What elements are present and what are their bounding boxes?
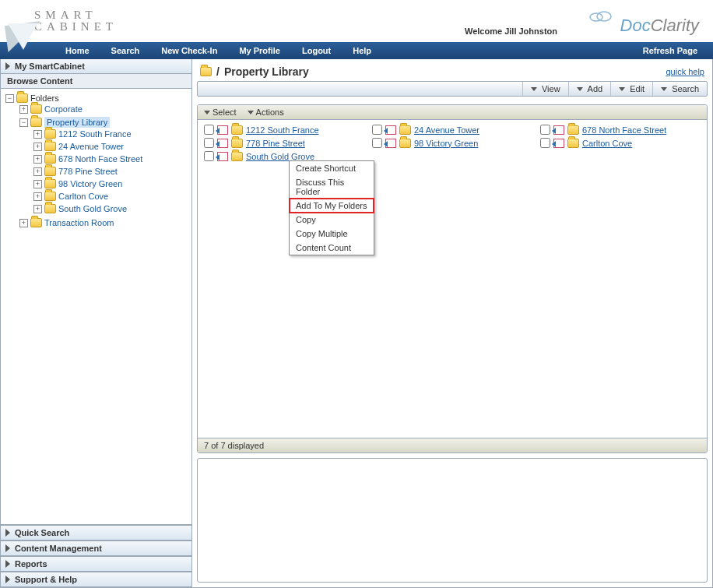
tree-toggle[interactable]: −	[5, 94, 14, 103]
tree-item[interactable]: 98 Victory Green	[58, 179, 122, 188]
folder-icon	[44, 192, 56, 201]
expand-icon	[5, 529, 10, 537]
list-label: Actions	[256, 107, 284, 117]
item-checkbox[interactable]	[204, 125, 214, 135]
folder-icon	[30, 118, 42, 127]
doc-icon[interactable]	[385, 125, 396, 135]
folder-icon	[231, 139, 243, 148]
tree-item[interactable]: South Gold Grove	[58, 204, 127, 213]
docclarity-logo: DocClarity	[620, 16, 699, 36]
folder-icon	[231, 125, 243, 135]
panel-content-management[interactable]: Content Management	[1, 540, 191, 556]
nav-my-profile[interactable]: My Profile	[228, 46, 291, 55]
toolbar-search[interactable]: Search	[652, 82, 707, 96]
page-title: Property Library	[224, 65, 309, 78]
tree-item[interactable]: 24 Avenue Tower	[58, 142, 124, 151]
panel-reports[interactable]: Reports	[1, 556, 191, 572]
list-label: Select	[212, 107, 237, 117]
folder-link[interactable]: Carlton Cove	[582, 139, 632, 148]
ctx-create-shortcut[interactable]: Create Shortcut	[290, 161, 374, 175]
tree-toggle[interactable]: +	[33, 167, 42, 176]
ctx-discuss-folder[interactable]: Discuss This Folder	[290, 175, 374, 199]
tree-item[interactable]: 1212 South France	[58, 129, 132, 139]
folder-icon	[200, 67, 212, 76]
nav-home[interactable]: Home	[54, 46, 100, 55]
doc-icon[interactable]	[217, 139, 228, 148]
item-checkbox[interactable]	[372, 125, 382, 135]
tree-toggle[interactable]: +	[33, 130, 42, 139]
tree-toggle[interactable]: +	[33, 205, 42, 213]
cloud-icon	[588, 9, 612, 23]
nav-new-checkin[interactable]: New Check-In	[150, 46, 228, 55]
folder-icon	[16, 93, 28, 103]
folder-item: 678 North Face Street	[540, 125, 701, 135]
item-checkbox[interactable]	[372, 138, 382, 148]
list-select[interactable]: Select	[204, 107, 237, 117]
folder-icon	[44, 142, 56, 151]
folder-link[interactable]: 1212 South France	[246, 125, 319, 135]
tree-corporate[interactable]: Corporate	[44, 104, 83, 114]
toolbar-label: Search	[672, 84, 699, 93]
tree-transaction-room[interactable]: Transaction Room	[44, 218, 114, 227]
folder-icon	[30, 218, 42, 227]
folder-link[interactable]: 778 Pine Street	[246, 139, 305, 148]
tree-item[interactable]: 678 North Face Street	[58, 154, 142, 164]
tree-toggle[interactable]: +	[33, 155, 42, 164]
tree-toggle[interactable]: −	[19, 118, 28, 127]
toolbar-label: Edit	[630, 84, 645, 93]
panel-label: Quick Search	[15, 528, 69, 537]
toolbar-edit[interactable]: Edit	[610, 82, 652, 96]
panel-browse-content: Browse Content	[1, 74, 191, 89]
doc-icon[interactable]	[553, 125, 564, 135]
tree-item[interactable]: 778 Pine Street	[58, 167, 118, 176]
quick-help-link[interactable]: quick help	[666, 67, 704, 76]
nav-logout[interactable]: Logout	[291, 46, 342, 55]
panel-support-help[interactable]: Support & Help	[1, 572, 191, 587]
tree-toggle[interactable]: +	[33, 180, 42, 188]
status-bar: 7 of 7 displayed	[198, 438, 707, 452]
content-toolbar: View Add Edit Search	[197, 81, 708, 97]
tree-toggle[interactable]: +	[33, 143, 42, 151]
tree-property-library[interactable]: Property Library	[44, 117, 110, 128]
nav-search[interactable]: Search	[100, 46, 151, 55]
item-checkbox[interactable]	[204, 151, 214, 161]
ctx-copy[interactable]: Copy	[290, 213, 374, 227]
tree-toggle[interactable]: +	[19, 105, 28, 114]
logo-line2: CABINET	[34, 21, 118, 33]
ctx-add-to-my-folders[interactable]: Add To My Folders	[289, 198, 374, 213]
panel-my-smartcabinet[interactable]: My SmartCabinet	[1, 59, 191, 74]
panel-label: Reports	[15, 559, 47, 569]
svg-point-1	[597, 12, 611, 21]
folder-link[interactable]: 678 North Face Street	[582, 125, 666, 135]
list-actions[interactable]: Actions	[248, 107, 284, 117]
doc-icon[interactable]	[217, 125, 228, 135]
folder-link[interactable]: 98 Victory Green	[414, 139, 478, 148]
docclarity-clarity: Clarity	[651, 16, 699, 35]
doc-icon[interactable]	[217, 152, 228, 161]
folder-icon	[44, 129, 56, 139]
folder-link[interactable]: 24 Avenue Tower	[414, 125, 479, 135]
nav-refresh[interactable]: Refresh Page	[643, 42, 697, 59]
toolbar-add[interactable]: Add	[568, 82, 611, 96]
folder-icon	[567, 125, 579, 135]
panel-label: Support & Help	[15, 575, 77, 584]
tree-item[interactable]: Carlton Cove	[58, 192, 108, 201]
panel-quick-search[interactable]: Quick Search	[1, 525, 191, 540]
ctx-copy-multiple[interactable]: Copy Multiple	[290, 227, 374, 241]
folder-link[interactable]: South Gold Grove	[246, 152, 314, 161]
doc-icon[interactable]	[385, 139, 396, 148]
toolbar-label: View	[542, 84, 560, 93]
item-checkbox[interactable]	[540, 138, 550, 148]
smartcabinet-logo: SMART CABINET	[34, 9, 118, 33]
folder-item: 24 Avenue Tower	[372, 125, 532, 135]
doc-icon[interactable]	[553, 139, 564, 148]
folder-icon	[44, 154, 56, 164]
tree-toggle[interactable]: +	[19, 219, 28, 227]
toolbar-view[interactable]: View	[522, 82, 568, 96]
nav-help[interactable]: Help	[342, 46, 382, 55]
tree-toggle[interactable]: +	[33, 192, 42, 201]
ctx-content-count[interactable]: Content Count	[290, 241, 374, 255]
item-checkbox[interactable]	[204, 138, 214, 148]
folder-item: 778 Pine Street	[204, 138, 364, 148]
item-checkbox[interactable]	[540, 125, 550, 135]
